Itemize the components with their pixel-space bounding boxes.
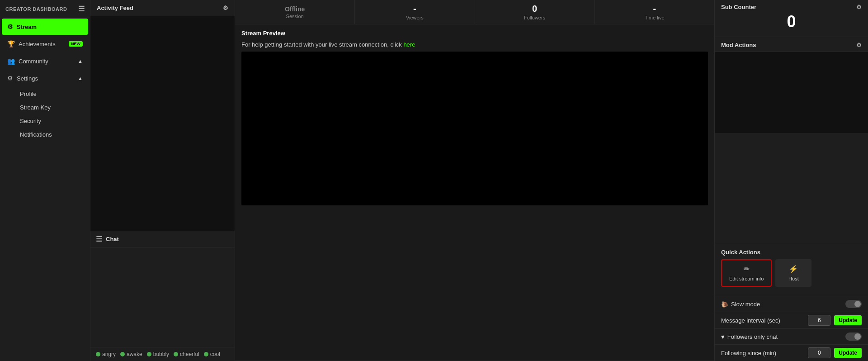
quick-actions-grid: ✏ Edit stream info ⚡ Host [721,259,862,287]
followers-chat-heart-icon: ♥ [721,333,725,340]
following-since-label: Following since (min) [721,350,804,356]
emote-awake-label: awake [127,351,142,357]
quick-actions-section: Quick Actions ✏ Edit stream info ⚡ Host [715,244,868,296]
slow-mode-row: 🐌 Slow mode [715,296,868,312]
achievements-icon: 🏆 [7,40,15,48]
sidebar-item-stream-key[interactable]: Stream Key [16,101,88,114]
community-icon: 👥 [7,57,15,65]
sub-counter-header: Sub Counter ⚙ [721,4,862,10]
sidebar-item-community[interactable]: 👥 Community ▲ [2,53,88,69]
msg-interval-update-button[interactable]: Update [834,315,862,325]
settings-submenu: Profile Stream Key Security Notification… [0,87,90,142]
sidebar-stream-label: Stream [17,24,37,30]
stat-session-value: Offline [285,5,305,13]
emote-cheerful[interactable]: cheerful [174,351,199,357]
emote-bubbly[interactable]: bubbly [147,351,169,357]
emote-cool[interactable]: cool [204,351,220,357]
settings-icon: ⚙ [7,75,13,82]
chat-body [90,247,235,347]
stat-followers: 0 Followers [475,0,595,24]
host-label: Host [788,276,799,281]
stat-viewers-label: Viewers [406,15,424,20]
sub-counter-gear-icon[interactable]: ⚙ [856,4,862,10]
emote-angry[interactable]: angry [96,351,116,357]
sidebar-item-stream[interactable]: ⚙ Stream [2,19,88,35]
slow-mode-text: Slow mode [731,301,760,308]
slow-mode-icon: 🐌 [721,301,728,308]
mod-actions-title: Mod Actions [721,42,756,48]
emote-dot-cool [204,352,208,356]
chat-title: Chat [106,236,119,242]
activity-feed-panel: Activity Feed ⚙ ☰ Chat angry awake bubbl… [90,0,235,361]
profile-label: Profile [20,90,37,97]
achievements-badge: NEW [69,41,83,47]
emote-angry-label: angry [102,351,116,357]
slow-mode-label: 🐌 Slow mode [721,301,845,308]
sub-counter-value: 0 [721,12,862,31]
edit-stream-info-icon: ✏ [744,265,750,273]
stat-viewers-value: - [413,4,416,14]
sidebar-item-achievements[interactable]: 🏆 Achievements NEW [2,36,88,52]
followers-chat-toggle[interactable] [845,332,862,341]
mod-actions-gear-icon[interactable]: ⚙ [856,42,862,48]
following-since-input[interactable] [808,347,830,358]
stream-preview-help-link[interactable]: here [403,41,415,48]
sidebar-item-profile[interactable]: Profile [16,87,88,100]
msg-interval-label: Message interval (sec) [721,317,804,324]
sidebar-menu-icon[interactable]: ☰ [78,5,85,13]
mod-actions-section: Mod Actions ⚙ [715,37,868,244]
stat-time-live-value: - [653,4,656,14]
chat-section: ☰ Chat angry awake bubbly cheerful [90,231,235,361]
stat-session-label: Session [286,14,304,19]
stat-viewers: - Viewers [355,0,475,24]
edit-stream-info-label: Edit stream info [729,276,764,281]
right-panel: Sub Counter ⚙ 0 Mod Actions ⚙ Quick Acti… [714,0,868,361]
msg-interval-row: Message interval (sec) Update [715,312,868,328]
edit-stream-info-button[interactable]: ✏ Edit stream info [721,259,772,287]
top-bar: Offline Session - Viewers 0 Followers - … [235,0,714,24]
emote-cheerful-label: cheerful [180,351,199,357]
chat-menu-icon[interactable]: ☰ [96,235,102,243]
sidebar-item-settings[interactable]: ⚙ Settings ▲ [2,70,88,86]
mod-actions-body [715,52,868,133]
stream-icon: ⚙ [7,23,13,30]
slow-mode-toggle[interactable] [845,300,862,308]
stat-followers-label: Followers [524,15,545,20]
mod-actions-header: Mod Actions ⚙ [715,37,868,52]
stat-session: Offline Session [235,0,355,24]
host-icon: ⚡ [789,265,798,273]
stream-key-label: Stream Key [20,104,51,111]
sidebar-achievements-label: Achievements [19,41,56,48]
stream-preview-canvas [241,52,708,205]
emote-dot-cheerful [174,352,178,356]
emote-dot-angry [96,352,100,356]
stream-preview-section: Stream Preview For help getting started … [235,24,714,361]
notifications-label: Notifications [20,131,52,138]
emote-dot-awake [120,352,125,356]
followers-chat-label: ♥ Followers only chat [721,333,845,340]
activity-feed-gear-icon[interactable]: ⚙ [223,5,228,11]
stat-followers-value: 0 [532,4,537,14]
security-label: Security [20,118,41,124]
following-since-update-button[interactable]: Update [834,348,862,358]
host-button[interactable]: ⚡ Host [775,259,811,287]
chat-header: ☰ Chat [90,231,235,247]
stream-preview-help: For help getting started with your live … [241,41,708,48]
emote-awake[interactable]: awake [120,351,142,357]
msg-interval-input[interactable] [808,315,830,326]
followers-chat-text: Followers only chat [727,333,778,340]
sidebar-item-notifications[interactable]: Notifications [16,128,88,141]
community-chevron: ▲ [78,58,83,64]
sub-counter-title: Sub Counter [721,4,756,10]
sidebar: CREATOR DASHBOARD ☰ ⚙ Stream 🏆 Achieveme… [0,0,90,361]
sidebar-settings-label: Settings [17,75,38,82]
sidebar-item-security[interactable]: Security [16,114,88,128]
following-since-row: Following since (min) Update [715,344,868,361]
activity-feed-header: Activity Feed ⚙ [90,0,235,16]
emote-dot-bubbly [147,352,151,356]
followers-chat-row: ♥ Followers only chat [715,328,868,344]
emote-cool-label: cool [210,351,220,357]
activity-feed-title: Activity Feed [97,5,133,11]
activity-feed-body [90,16,235,231]
sidebar-community-label: Community [19,58,48,65]
